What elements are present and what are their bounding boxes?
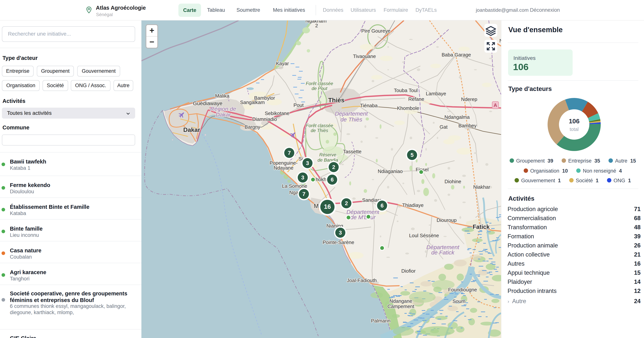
svg-text:Khombole: Khombole bbox=[397, 105, 419, 111]
svg-text:+: + bbox=[149, 26, 154, 35]
svg-text:Tiénaba: Tiénaba bbox=[360, 103, 378, 108]
svg-text:Lambaye: Lambaye bbox=[426, 91, 446, 96]
svg-text:2: 2 bbox=[345, 200, 348, 206]
svg-text:Bargny: Bargny bbox=[245, 124, 260, 130]
svg-text:de Fatick: de Fatick bbox=[431, 249, 455, 256]
svg-text:Kayar: Kayar bbox=[276, 61, 289, 66]
svg-text:Dakar: Dakar bbox=[183, 126, 200, 133]
svg-text:Soum: Soum bbox=[452, 298, 466, 304]
svg-text:Pointe-Sarène: Pointe-Sarène bbox=[323, 239, 354, 245]
svg-text:Nga: Nga bbox=[289, 190, 298, 195]
svg-text:106: 106 bbox=[569, 118, 580, 125]
svg-text:2: 2 bbox=[332, 164, 335, 170]
svg-text:Sebikotane: Sebikotane bbox=[265, 110, 290, 116]
svg-text:Bambylor: Bambylor bbox=[254, 95, 275, 101]
svg-text:total: total bbox=[570, 127, 578, 132]
svg-text:7: 7 bbox=[288, 150, 291, 156]
svg-text:Malika: Malika bbox=[215, 93, 230, 99]
svg-text:Diamniadio: Diamniadio bbox=[252, 116, 277, 122]
svg-text:Pout: Pout bbox=[294, 102, 304, 108]
svg-text:−: − bbox=[149, 37, 154, 46]
svg-text:Thiès: Thiès bbox=[328, 97, 344, 104]
svg-text:de Thiès: de Thiès bbox=[340, 116, 362, 123]
svg-text:Réserve: Réserve bbox=[319, 152, 336, 157]
svg-text:Tivaouane: Tivaouane bbox=[353, 53, 376, 59]
svg-text:6: 6 bbox=[380, 202, 384, 209]
svg-text:3: 3 bbox=[301, 174, 304, 180]
svg-text:6: 6 bbox=[331, 176, 334, 183]
svg-text:2: 2 bbox=[315, 23, 318, 28]
svg-text:5: 5 bbox=[410, 152, 414, 158]
svg-text:Diouroup: Diouroup bbox=[436, 217, 457, 223]
svg-text:Bambey: Bambey bbox=[458, 123, 476, 129]
svg-text:Touba Toul: Touba Toul bbox=[394, 88, 418, 93]
svg-text:Ng: Ng bbox=[499, 38, 501, 44]
svg-text:Ndangalma: Ndangalma bbox=[444, 114, 470, 120]
svg-text:de Thiès: de Thiès bbox=[311, 128, 328, 133]
svg-text:3: 3 bbox=[339, 230, 342, 236]
svg-text:Campement: Campement bbox=[388, 304, 414, 309]
svg-text:de M'bour: de M'bour bbox=[350, 214, 376, 220]
svg-text:A: A bbox=[494, 102, 497, 108]
svg-text:Palmarin: Palmarin bbox=[371, 318, 390, 324]
svg-text:Pire Goureye: Pire Goureye bbox=[361, 28, 390, 34]
svg-text:de Pout: de Pout bbox=[312, 86, 328, 91]
svg-text:Ndayane: Ndayane bbox=[274, 165, 294, 171]
svg-text:Diofior: Diofior bbox=[401, 268, 416, 274]
svg-text:3: 3 bbox=[306, 160, 309, 166]
svg-text:7: 7 bbox=[302, 191, 306, 197]
svg-text:Baba Garage: Baba Garage bbox=[442, 52, 471, 58]
svg-text:Gat: Gat bbox=[440, 124, 448, 130]
svg-text:Tassette: Tassette bbox=[343, 149, 362, 155]
svg-text:Région de: Région de bbox=[210, 106, 236, 112]
svg-text:Thiadiaye: Thiadiaye bbox=[402, 202, 424, 208]
svg-text:Foundiougne: Foundiougne bbox=[448, 287, 477, 293]
svg-text:Loul Séssène: Loul Séssène bbox=[409, 233, 439, 238]
svg-text:Nderep: Nderep bbox=[461, 96, 477, 102]
svg-text:Réfane: Réfane bbox=[408, 96, 424, 102]
svg-text:Guédiawaye: Guédiawaye bbox=[193, 100, 222, 106]
svg-text:Ndiaganiao: Ndiaganiao bbox=[378, 169, 403, 174]
svg-text:Joal-Fadiouth: Joal-Fadiouth bbox=[347, 278, 377, 283]
svg-text:Forêt classée: Forêt classée bbox=[306, 81, 333, 86]
svg-text:Fatick: Fatick bbox=[472, 224, 490, 230]
svg-text:Diohine: Diohine bbox=[444, 179, 461, 184]
svg-text:Forêt classée: Forêt classée bbox=[306, 123, 333, 128]
svg-text:Département: Département bbox=[335, 110, 368, 117]
svg-text:16: 16 bbox=[324, 203, 331, 210]
svg-text:Dakar: Dakar bbox=[216, 111, 231, 118]
svg-text:Niakhar: Niakhar bbox=[473, 184, 490, 190]
svg-text:hokh: hokh bbox=[316, 176, 326, 182]
svg-text:Ndangane: Ndangane bbox=[390, 298, 412, 304]
